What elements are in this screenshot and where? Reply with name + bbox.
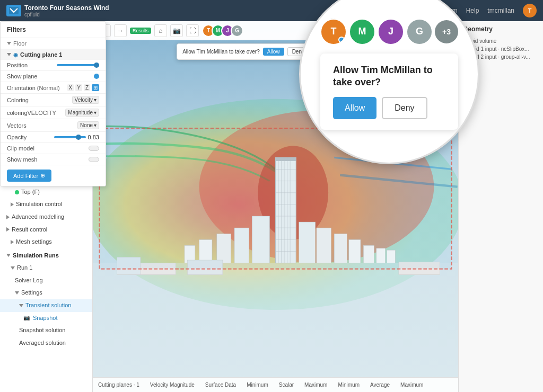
status-scalar: Scalar	[279, 382, 294, 388]
sidebar-item-settings[interactable]: Settings	[0, 287, 92, 299]
svg-rect-0	[9, 7, 19, 14]
zoom-dialog-title: Allow Tim McMillan to take over?	[333, 64, 445, 89]
sidebar-item-result-control[interactable]: Result control	[0, 224, 92, 236]
floor-expand-icon	[7, 42, 11, 45]
filter-show-plane: Show plane	[1, 71, 106, 82]
sidebar-item-averaged-solution[interactable]: Averaged solution	[0, 337, 92, 350]
filter-opacity: Opacity 0.83	[1, 132, 106, 143]
vectors-select[interactable]: None ▾	[77, 121, 99, 129]
navbar: Toronto Four Seasons Wind cpfluid Dashbo…	[0, 0, 543, 21]
cutting-plane-expand-icon	[7, 53, 11, 56]
chevron-down-icon: ▾	[94, 97, 97, 103]
small-takeover-dialog: Allow Tim McMillan to take over? Allow D…	[177, 43, 315, 60]
status-min2: Minimum	[338, 382, 360, 388]
navbar-avatar[interactable]: T	[523, 4, 537, 17]
filters-title: Filters	[7, 26, 26, 33]
sidebar-item-transient-solution[interactable]: Transient solution	[0, 299, 92, 312]
filter-orientation: Orientation (Normal) X Y Z ⊞	[1, 82, 106, 94]
sidebar-item-snapshot[interactable]: 📷 Snapshot	[0, 312, 92, 325]
chevron-down-icon: ▾	[94, 110, 97, 115]
small-dialog-text: Allow Tim McMillan to take over?	[182, 49, 260, 55]
navbar-subtitle: cpfluid	[24, 12, 109, 17]
coloring-select[interactable]: Velocity ▾	[72, 96, 99, 104]
results-badge: Results	[130, 28, 151, 34]
navbar-brand: Toronto Four Seasons Wind cpfluid	[6, 4, 109, 17]
expand-icon	[11, 240, 14, 244]
nav-help[interactable]: Help	[466, 7, 479, 14]
coloring-velocity-select[interactable]: Magnitude ▾	[65, 109, 99, 117]
navbar-title-block: Toronto Four Seasons Wind cpfluid	[24, 4, 109, 17]
sidebar-item-solver-log[interactable]: Solver Log	[0, 274, 92, 287]
show-mesh-toggle[interactable]	[89, 157, 99, 162]
toolbar-avatars: T M J G	[202, 24, 243, 37]
status-velocity-magnitude: Velocity Magnitude	[150, 382, 195, 388]
expand-icon	[6, 227, 10, 231]
clip-model-toggle[interactable]	[89, 146, 99, 151]
show-plane-toggle[interactable]	[94, 74, 99, 79]
zoom-plus-badge: +3	[435, 20, 458, 43]
sidebar-item-mesh-settings[interactable]: Mesh settings	[0, 236, 92, 248]
sidebar-item-top-f[interactable]: Top (F)	[0, 186, 92, 199]
status-cutting-planes: Cutting planes · 1	[98, 382, 139, 388]
status-surface-data: Surface Data	[205, 382, 236, 388]
add-filter-button[interactable]: Add Filter ⊕	[7, 170, 51, 182]
expand-icon	[11, 266, 15, 270]
zoom-avatar-3: J	[378, 19, 404, 45]
expand-icon	[15, 291, 19, 295]
sidebar-item-simulation-runs[interactable]: Simulation Runs	[0, 250, 92, 262]
right-panel-item-1: ● fluid volume	[463, 37, 539, 45]
plus-icon: ⊕	[40, 172, 45, 179]
filter-vectors: Vectors None ▾	[1, 119, 106, 132]
zoom-circle-inner: ✏ T M J G +3 Allow Tim McMillan to take …	[301, 0, 478, 163]
cutting-plane-header[interactable]: ◉ Cutting plane 1	[1, 49, 106, 60]
orientation-z[interactable]: Z	[84, 84, 90, 91]
status-bar: Cutting planes · 1 Velocity Magnitude Su…	[93, 377, 458, 392]
zoom-avatar-4: G	[406, 19, 433, 45]
filter-coloring-velocity: coloringVELOCITY Magnitude ▾	[1, 106, 106, 119]
filters-panel: Filters Floor ◉ Cutting plane 1 Position…	[0, 21, 106, 186]
sidebar-item-advanced-modelling[interactable]: Advanced modelling	[0, 211, 92, 224]
filter-clip-model: Clip model	[1, 143, 106, 154]
orientation-y[interactable]: Y	[75, 84, 82, 91]
navbar-logo	[6, 5, 21, 16]
navbar-title: Toronto Four Seasons Wind	[24, 4, 109, 12]
zoom-dialog-buttons: Allow Deny	[333, 97, 445, 119]
status-min-label: Minimum	[247, 382, 268, 388]
status-max2: Maximum	[400, 382, 423, 388]
avatar-4: G	[231, 24, 243, 37]
status-max-label: Maximum	[304, 382, 327, 388]
chevron-down-icon: ▾	[94, 122, 97, 128]
filter-coloring: Coloring Velocity ▾	[1, 94, 106, 106]
zoom-deny-button[interactable]: Deny	[382, 97, 427, 119]
expand-icon	[19, 304, 23, 307]
zoom-allow-button[interactable]: Allow	[333, 97, 376, 119]
expand-icon	[6, 254, 11, 257]
toolbar-expand-btn[interactable]: ⛶	[186, 24, 199, 37]
sidebar-item-run1[interactable]: Run 1	[0, 262, 92, 274]
filters-header: Filters	[1, 22, 106, 38]
opacity-slider[interactable]	[54, 136, 86, 138]
status-dot-icon	[15, 190, 19, 194]
sidebar-item-sim-control[interactable]: Simulation control	[0, 198, 92, 211]
zoom-avatar-2: M	[349, 19, 375, 45]
app-container: Toronto Four Seasons Wind cpfluid Dashbo…	[0, 0, 543, 392]
orientation-custom[interactable]: ⊞	[92, 84, 99, 91]
small-allow-button[interactable]: Allow	[263, 48, 284, 56]
filter-show-mesh: Show mesh	[1, 154, 106, 165]
orientation-x[interactable]: X	[67, 84, 74, 91]
toolbar-home-btn[interactable]: ⌂	[154, 24, 167, 37]
position-slider[interactable]	[57, 64, 99, 66]
sidebar-item-snapshot-solution[interactable]: Snapshot solution	[0, 324, 92, 337]
filters-subheader: Floor	[1, 38, 106, 49]
zoom-avatar-1: T	[320, 19, 347, 45]
svg-rect-5	[93, 263, 458, 392]
nav-username: tmcmillan	[487, 7, 514, 14]
right-panel-title: Geometry	[463, 25, 539, 33]
status-average: Average	[370, 382, 390, 388]
filter-position: Position	[1, 60, 106, 71]
zoom-avatars-row: T M J G +3	[320, 19, 458, 45]
toolbar-forward-btn[interactable]: →	[114, 24, 127, 37]
expand-icon	[6, 215, 10, 219]
zoom-dialog: Allow Tim McMillan to take over? Allow D…	[320, 54, 458, 130]
toolbar-camera-btn[interactable]: 📷	[170, 24, 183, 37]
